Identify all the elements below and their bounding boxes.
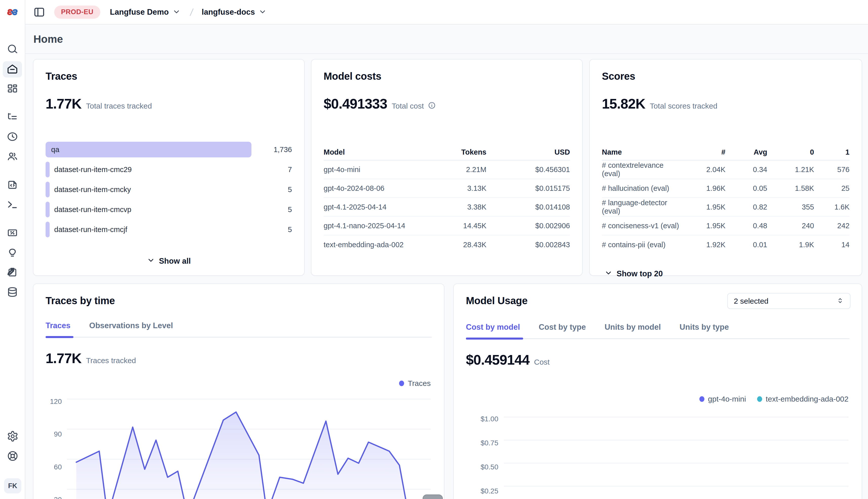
- environment-badge: PROD-EU: [54, 5, 100, 19]
- cell-zero: 1.21K: [767, 166, 814, 174]
- project-name: langfuse-docs: [202, 8, 255, 17]
- cell-zero: 1.9K: [767, 241, 814, 249]
- trace-bar: [46, 202, 50, 217]
- cell-tokens: 14.45K: [411, 222, 486, 230]
- column-header-one: 1: [814, 148, 849, 156]
- traces-by-time-title: Traces by time: [46, 295, 432, 306]
- column-header-avg: Avg: [725, 148, 767, 156]
- sidebar-item-tracing[interactable]: [3, 109, 22, 125]
- cell-model: gpt-4.1-2025-04-14: [324, 203, 411, 211]
- legend-label: gpt-4o-mini: [708, 395, 746, 403]
- cell-avg: 0.05: [725, 184, 767, 193]
- scores-card-title: Scores: [602, 71, 849, 82]
- traces-chart: Traces 120906030: [46, 370, 432, 499]
- user-avatar[interactable]: FK: [4, 478, 21, 494]
- sidebar-item-database[interactable]: [3, 284, 22, 301]
- model-usage-tabs: Cost by model Cost by type Units by mode…: [466, 322, 849, 338]
- legend-item-gpt-4o-mini[interactable]: gpt-4o-mini: [699, 395, 746, 403]
- topbar: PROD-EU Langfuse Demo langfuse-docs: [25, 0, 868, 25]
- sidebar-item-datasets[interactable]: [3, 265, 22, 281]
- horizontal-scrollbar-thumb[interactable]: [423, 495, 443, 499]
- model-select-value: 2 selected: [734, 297, 836, 305]
- tab-cost-by-type[interactable]: Cost by type: [539, 322, 586, 338]
- organization-switcher[interactable]: Langfuse Demo: [110, 8, 180, 17]
- tab-observations-by-level[interactable]: Observations by Level: [89, 321, 173, 337]
- sidebar-toggle-button[interactable]: [33, 6, 45, 18]
- sidebar-item-search[interactable]: [3, 41, 22, 58]
- tab-units-by-model[interactable]: Units by model: [605, 322, 661, 338]
- model-costs-table: Model Tokens USD gpt-4o-mini 2.21M $0.45…: [324, 144, 570, 254]
- column-header-zero: 0: [767, 148, 814, 156]
- sidebar-bottom: FK: [0, 429, 25, 494]
- cell-avg: 0.01: [725, 241, 767, 249]
- show-all-button[interactable]: Show all: [46, 256, 292, 266]
- legend-dot-icon: [757, 396, 762, 402]
- cell-tokens: 28.43K: [411, 241, 486, 249]
- chevron-down-icon: [255, 8, 266, 17]
- cell-avg: 0.48: [725, 222, 767, 230]
- clock-icon: [7, 131, 18, 144]
- cell-name: # conciseness-v1 (eval): [602, 222, 681, 230]
- trace-bar-row: qa 1,736: [46, 142, 292, 157]
- line-chart-plot: [504, 372, 848, 499]
- cell-name: # hallucination (eval): [602, 184, 681, 193]
- traces-total-value: 1.77K: [46, 96, 82, 112]
- model-select[interactable]: 2 selected: [727, 293, 851, 309]
- sidebar-item-playground[interactable]: [3, 197, 22, 213]
- cell-one: 242: [814, 222, 849, 230]
- sidebar: FK: [0, 0, 25, 499]
- tab-units-by-type[interactable]: Units by type: [680, 322, 729, 338]
- sidebar-item-sessions[interactable]: [3, 129, 22, 145]
- terminal-icon: [7, 199, 18, 211]
- cell-count: 1.92K: [681, 241, 725, 249]
- trace-bar-row: dataset-run-item-cmcjf 5: [46, 222, 292, 238]
- traces-total-label: Total traces tracked: [86, 102, 152, 110]
- sidebar-item-home[interactable]: [3, 61, 22, 77]
- chevron-down-icon: [147, 256, 159, 266]
- sidebar-item-llm-judge[interactable]: [3, 245, 22, 261]
- active-tab-indicator: [466, 338, 523, 340]
- cell-count: 1.95K: [681, 203, 725, 211]
- tab-cost-by-model[interactable]: Cost by model: [466, 322, 520, 338]
- cell-model: text-embedding-ada-002: [324, 241, 411, 249]
- column-header-tokens: Tokens: [411, 148, 486, 156]
- file-code-icon: [7, 179, 18, 192]
- sidebar-item-support[interactable]: [3, 448, 22, 465]
- cell-model: gpt-4o-2024-08-06: [324, 184, 411, 193]
- active-tab-indicator: [46, 336, 73, 338]
- sidebar-item-users[interactable]: [3, 149, 22, 165]
- show-top-20-button[interactable]: Show top 20: [602, 269, 849, 279]
- tab-traces[interactable]: Traces: [46, 321, 70, 337]
- trace-bar-label: dataset-run-item-cmcky: [54, 185, 131, 194]
- cell-model: gpt-4.1-nano-2025-04-14: [324, 222, 411, 230]
- cell-count: 1.96K: [681, 184, 725, 193]
- project-switcher[interactable]: langfuse-docs: [202, 8, 266, 17]
- legend-item-text-embedding-ada-002[interactable]: text-embedding-ada-002: [757, 395, 848, 403]
- sidebar-item-settings[interactable]: [3, 429, 22, 445]
- tracing-tree-icon: [7, 111, 18, 124]
- trace-bar: [46, 142, 251, 157]
- sidebar-item-dashboards[interactable]: [3, 81, 22, 97]
- langfuse-logo-icon[interactable]: [6, 6, 19, 18]
- table-row: text-embedding-ada-002 28.43K $0.002843: [324, 235, 570, 254]
- info-icon[interactable]: [428, 101, 436, 109]
- cell-avg: 0.82: [725, 203, 767, 211]
- trace-bar-row: dataset-run-item-cmcky 5: [46, 182, 292, 197]
- table-row: # contextrelevance (eval) 2.04K 0.34 1.2…: [602, 160, 849, 179]
- cell-usd: $0.456301: [486, 166, 570, 174]
- cell-usd: $0.002843: [486, 241, 570, 249]
- trace-bar-value: 7: [288, 166, 292, 174]
- search-icon: [7, 43, 18, 56]
- dashboard-grid-icon: [7, 83, 18, 95]
- organization-name: Langfuse Demo: [110, 8, 169, 17]
- cell-count: 1.95K: [681, 222, 725, 230]
- trace-bar-value: 5: [288, 185, 292, 194]
- legend-item-traces[interactable]: Traces: [399, 379, 431, 388]
- sidebar-item-prompts[interactable]: [3, 177, 22, 193]
- cell-model: gpt-4o-mini: [324, 166, 411, 174]
- chevron-down-icon: [604, 269, 617, 279]
- cell-usd: $0.014108: [486, 203, 570, 211]
- sidebar-item-evaluations[interactable]: [3, 225, 22, 241]
- home-icon: [7, 63, 18, 76]
- legend-dot-icon: [699, 396, 704, 402]
